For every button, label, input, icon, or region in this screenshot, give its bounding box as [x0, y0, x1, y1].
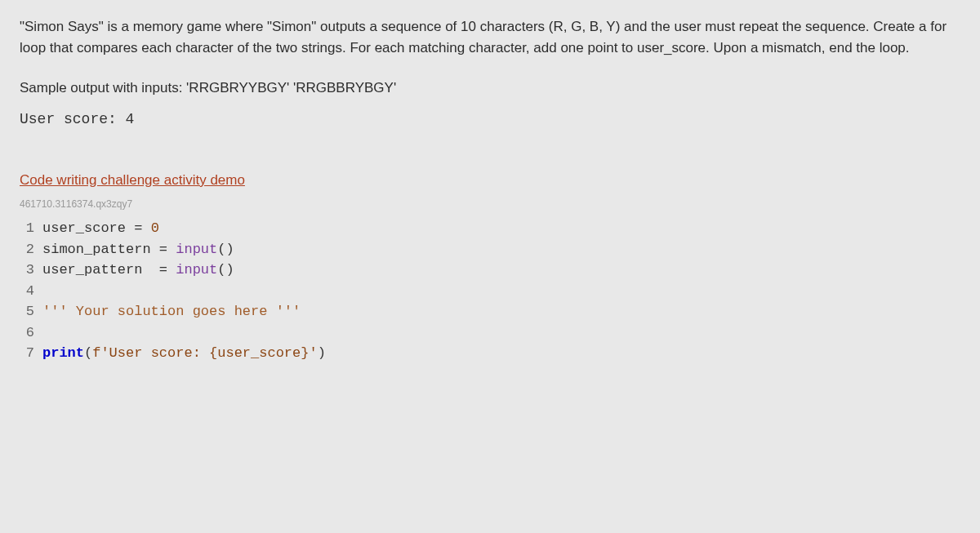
line-number: 3	[20, 260, 42, 281]
line-number: 5	[20, 301, 42, 322]
sample-output-label: Sample output with inputs: 'RRGBRYYBGY' …	[20, 78, 960, 99]
demo-link[interactable]: Code writing challenge activity demo	[20, 170, 245, 191]
code-line: 3 user_pattern = input()	[20, 260, 960, 281]
line-content: user_score = 0	[42, 218, 960, 239]
line-content: print(f'User score: {user_score}')	[42, 343, 960, 364]
code-line: 1 user_score = 0	[20, 218, 960, 239]
code-line: 4	[20, 281, 960, 302]
line-number: 1	[20, 218, 42, 239]
activity-id: 461710.3116374.qx3zqy7	[20, 197, 960, 211]
line-number: 7	[20, 343, 42, 364]
line-content: simon_pattern = input()	[42, 239, 960, 260]
sample-output: User score: 4	[20, 109, 960, 131]
line-content: ''' Your solution goes here '''	[42, 301, 960, 322]
line-number: 4	[20, 281, 42, 302]
code-line: 2 simon_pattern = input()	[20, 239, 960, 260]
line-content: user_pattern = input()	[42, 260, 960, 281]
problem-description: "Simon Says" is a memory game where "Sim…	[20, 16, 960, 58]
code-line: 6	[20, 322, 960, 344]
code-line: 5 ''' Your solution goes here '''	[20, 301, 960, 322]
line-number: 2	[20, 239, 42, 260]
code-line: 7 print(f'User score: {user_score}')	[20, 343, 960, 364]
line-number: 6	[20, 322, 42, 344]
code-editor[interactable]: 1 user_score = 0 2 simon_pattern = input…	[20, 218, 960, 364]
